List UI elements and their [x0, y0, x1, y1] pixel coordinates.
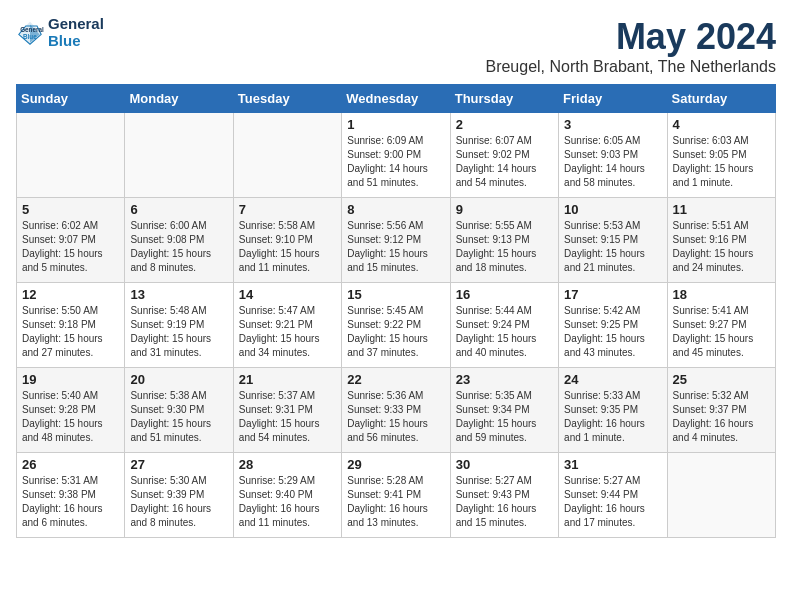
- day-number: 17: [564, 287, 661, 302]
- calendar-cell: 20Sunrise: 5:38 AMSunset: 9:30 PMDayligh…: [125, 368, 233, 453]
- day-number: 14: [239, 287, 336, 302]
- day-info: Sunrise: 6:03 AMSunset: 9:05 PMDaylight:…: [673, 134, 770, 190]
- calendar-cell: 6Sunrise: 6:00 AMSunset: 9:08 PMDaylight…: [125, 198, 233, 283]
- subtitle: Breugel, North Brabant, The Netherlands: [485, 58, 776, 76]
- calendar-cell: 27Sunrise: 5:30 AMSunset: 9:39 PMDayligh…: [125, 453, 233, 538]
- calendar-cell: 25Sunrise: 5:32 AMSunset: 9:37 PMDayligh…: [667, 368, 775, 453]
- calendar-cell: 19Sunrise: 5:40 AMSunset: 9:28 PMDayligh…: [17, 368, 125, 453]
- weekday-header-friday: Friday: [559, 85, 667, 113]
- calendar-cell: [17, 113, 125, 198]
- day-number: 15: [347, 287, 444, 302]
- title-area: May 2024 Breugel, North Brabant, The Net…: [485, 16, 776, 76]
- calendar-cell: [667, 453, 775, 538]
- calendar-week-row: 19Sunrise: 5:40 AMSunset: 9:28 PMDayligh…: [17, 368, 776, 453]
- day-info: Sunrise: 6:09 AMSunset: 9:00 PMDaylight:…: [347, 134, 444, 190]
- logo-icon: General Blue: [16, 19, 44, 47]
- day-info: Sunrise: 5:30 AMSunset: 9:39 PMDaylight:…: [130, 474, 227, 530]
- calendar-cell: 30Sunrise: 5:27 AMSunset: 9:43 PMDayligh…: [450, 453, 558, 538]
- day-number: 20: [130, 372, 227, 387]
- calendar-cell: 21Sunrise: 5:37 AMSunset: 9:31 PMDayligh…: [233, 368, 341, 453]
- weekday-header-saturday: Saturday: [667, 85, 775, 113]
- calendar-cell: 5Sunrise: 6:02 AMSunset: 9:07 PMDaylight…: [17, 198, 125, 283]
- day-info: Sunrise: 5:51 AMSunset: 9:16 PMDaylight:…: [673, 219, 770, 275]
- day-info: Sunrise: 5:48 AMSunset: 9:19 PMDaylight:…: [130, 304, 227, 360]
- calendar-cell: 13Sunrise: 5:48 AMSunset: 9:19 PMDayligh…: [125, 283, 233, 368]
- day-number: 30: [456, 457, 553, 472]
- calendar-cell: 3Sunrise: 6:05 AMSunset: 9:03 PMDaylight…: [559, 113, 667, 198]
- day-info: Sunrise: 6:07 AMSunset: 9:02 PMDaylight:…: [456, 134, 553, 190]
- calendar-cell: 9Sunrise: 5:55 AMSunset: 9:13 PMDaylight…: [450, 198, 558, 283]
- day-info: Sunrise: 5:35 AMSunset: 9:34 PMDaylight:…: [456, 389, 553, 445]
- calendar-cell: 11Sunrise: 5:51 AMSunset: 9:16 PMDayligh…: [667, 198, 775, 283]
- weekday-header-tuesday: Tuesday: [233, 85, 341, 113]
- calendar-week-row: 26Sunrise: 5:31 AMSunset: 9:38 PMDayligh…: [17, 453, 776, 538]
- day-info: Sunrise: 6:05 AMSunset: 9:03 PMDaylight:…: [564, 134, 661, 190]
- day-number: 18: [673, 287, 770, 302]
- day-info: Sunrise: 5:47 AMSunset: 9:21 PMDaylight:…: [239, 304, 336, 360]
- weekday-header-thursday: Thursday: [450, 85, 558, 113]
- day-info: Sunrise: 5:29 AMSunset: 9:40 PMDaylight:…: [239, 474, 336, 530]
- day-info: Sunrise: 6:00 AMSunset: 9:08 PMDaylight:…: [130, 219, 227, 275]
- day-info: Sunrise: 5:37 AMSunset: 9:31 PMDaylight:…: [239, 389, 336, 445]
- calendar-cell: 2Sunrise: 6:07 AMSunset: 9:02 PMDaylight…: [450, 113, 558, 198]
- calendar-cell: 12Sunrise: 5:50 AMSunset: 9:18 PMDayligh…: [17, 283, 125, 368]
- main-title: May 2024: [485, 16, 776, 58]
- day-number: 24: [564, 372, 661, 387]
- day-number: 2: [456, 117, 553, 132]
- day-number: 25: [673, 372, 770, 387]
- day-info: Sunrise: 5:27 AMSunset: 9:44 PMDaylight:…: [564, 474, 661, 530]
- calendar-cell: 22Sunrise: 5:36 AMSunset: 9:33 PMDayligh…: [342, 368, 450, 453]
- day-number: 7: [239, 202, 336, 217]
- calendar-cell: [233, 113, 341, 198]
- day-info: Sunrise: 5:53 AMSunset: 9:15 PMDaylight:…: [564, 219, 661, 275]
- day-info: Sunrise: 5:31 AMSunset: 9:38 PMDaylight:…: [22, 474, 119, 530]
- day-info: Sunrise: 5:44 AMSunset: 9:24 PMDaylight:…: [456, 304, 553, 360]
- day-number: 10: [564, 202, 661, 217]
- header: General Blue General Blue May 2024 Breug…: [16, 16, 776, 76]
- calendar-cell: 4Sunrise: 6:03 AMSunset: 9:05 PMDaylight…: [667, 113, 775, 198]
- day-number: 12: [22, 287, 119, 302]
- day-info: Sunrise: 5:45 AMSunset: 9:22 PMDaylight:…: [347, 304, 444, 360]
- day-info: Sunrise: 5:58 AMSunset: 9:10 PMDaylight:…: [239, 219, 336, 275]
- calendar-week-row: 5Sunrise: 6:02 AMSunset: 9:07 PMDaylight…: [17, 198, 776, 283]
- calendar-cell: 17Sunrise: 5:42 AMSunset: 9:25 PMDayligh…: [559, 283, 667, 368]
- day-number: 28: [239, 457, 336, 472]
- day-number: 9: [456, 202, 553, 217]
- day-info: Sunrise: 5:56 AMSunset: 9:12 PMDaylight:…: [347, 219, 444, 275]
- day-info: Sunrise: 5:32 AMSunset: 9:37 PMDaylight:…: [673, 389, 770, 445]
- calendar-cell: 8Sunrise: 5:56 AMSunset: 9:12 PMDaylight…: [342, 198, 450, 283]
- logo-text-general: General: [48, 16, 104, 33]
- day-number: 6: [130, 202, 227, 217]
- day-number: 31: [564, 457, 661, 472]
- day-info: Sunrise: 5:38 AMSunset: 9:30 PMDaylight:…: [130, 389, 227, 445]
- calendar-cell: 31Sunrise: 5:27 AMSunset: 9:44 PMDayligh…: [559, 453, 667, 538]
- day-info: Sunrise: 5:36 AMSunset: 9:33 PMDaylight:…: [347, 389, 444, 445]
- svg-text:Blue: Blue: [23, 32, 37, 39]
- logo: General Blue General Blue: [16, 16, 104, 49]
- calendar-cell: 7Sunrise: 5:58 AMSunset: 9:10 PMDaylight…: [233, 198, 341, 283]
- day-number: 1: [347, 117, 444, 132]
- calendar-week-row: 1Sunrise: 6:09 AMSunset: 9:00 PMDaylight…: [17, 113, 776, 198]
- calendar-cell: 26Sunrise: 5:31 AMSunset: 9:38 PMDayligh…: [17, 453, 125, 538]
- weekday-header-monday: Monday: [125, 85, 233, 113]
- calendar-cell: 28Sunrise: 5:29 AMSunset: 9:40 PMDayligh…: [233, 453, 341, 538]
- logo-text-blue: Blue: [48, 33, 104, 50]
- weekday-header-sunday: Sunday: [17, 85, 125, 113]
- calendar-cell: 23Sunrise: 5:35 AMSunset: 9:34 PMDayligh…: [450, 368, 558, 453]
- calendar-cell: 14Sunrise: 5:47 AMSunset: 9:21 PMDayligh…: [233, 283, 341, 368]
- day-number: 29: [347, 457, 444, 472]
- calendar-table: SundayMondayTuesdayWednesdayThursdayFrid…: [16, 84, 776, 538]
- day-info: Sunrise: 5:42 AMSunset: 9:25 PMDaylight:…: [564, 304, 661, 360]
- day-number: 5: [22, 202, 119, 217]
- calendar-cell: 18Sunrise: 5:41 AMSunset: 9:27 PMDayligh…: [667, 283, 775, 368]
- day-number: 4: [673, 117, 770, 132]
- day-number: 26: [22, 457, 119, 472]
- calendar-cell: [125, 113, 233, 198]
- day-number: 8: [347, 202, 444, 217]
- day-info: Sunrise: 5:27 AMSunset: 9:43 PMDaylight:…: [456, 474, 553, 530]
- day-info: Sunrise: 5:28 AMSunset: 9:41 PMDaylight:…: [347, 474, 444, 530]
- day-info: Sunrise: 5:33 AMSunset: 9:35 PMDaylight:…: [564, 389, 661, 445]
- calendar-cell: 1Sunrise: 6:09 AMSunset: 9:00 PMDaylight…: [342, 113, 450, 198]
- day-number: 11: [673, 202, 770, 217]
- weekday-header-wednesday: Wednesday: [342, 85, 450, 113]
